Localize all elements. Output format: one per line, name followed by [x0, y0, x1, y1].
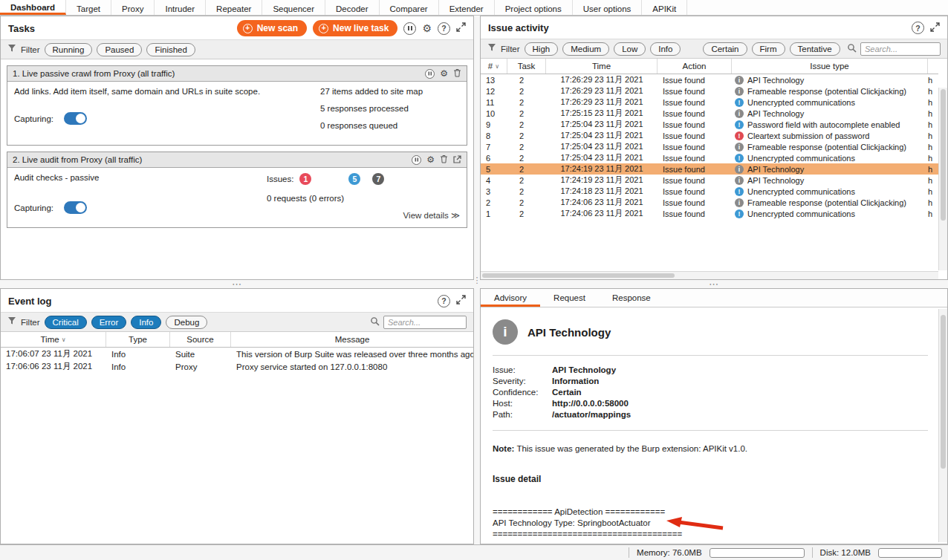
event-log-help-icon[interactable]: ?	[438, 295, 450, 307]
tasks-settings-gear-icon[interactable]: ⚙	[422, 23, 432, 33]
issue-vertical-scrollbar[interactable]	[938, 88, 947, 270]
advisory-field: Path:/actuator/mappings	[493, 409, 928, 420]
advisory-vertical-scrollbar[interactable]	[938, 309, 947, 542]
tab-proxy[interactable]: Proxy	[111, 0, 155, 15]
tab-target[interactable]: Target	[66, 0, 111, 15]
issue-row[interactable]: 11217:26:29 23 11月 2021Issue found!Unenc…	[481, 97, 938, 108]
filter-pill-running[interactable]: Running	[45, 43, 93, 56]
issue-row[interactable]: 7217:25:04 23 11月 2021Issue foundiFramea…	[481, 141, 938, 152]
column-header-number[interactable]: #∨	[481, 59, 507, 74]
task-settings-gear-icon[interactable]: ⚙	[426, 155, 435, 164]
column-header-time[interactable]: Time∨	[1, 332, 106, 347]
delete-task-icon[interactable]	[440, 154, 448, 165]
event-log-expand-icon[interactable]	[456, 295, 466, 307]
tab-intruder[interactable]: Intruder	[155, 0, 206, 15]
task1-capturing-toggle[interactable]	[64, 112, 87, 125]
issue-horizontal-scrollbar[interactable]	[481, 271, 938, 279]
tab-advisory[interactable]: Advisory	[481, 289, 540, 307]
pause-all-tasks-icon[interactable]	[403, 22, 416, 35]
open-task-window-icon[interactable]	[453, 155, 461, 165]
plus-icon: +	[319, 24, 328, 33]
issue-row[interactable]: 2217:24:06 23 11月 2021Issue foundiFramea…	[481, 197, 938, 208]
scrollbar-thumb[interactable]	[482, 273, 675, 278]
task-card-1[interactable]: 1. Live passive crawl from Proxy (all tr…	[7, 65, 467, 146]
filter-pill-high[interactable]: High	[525, 42, 559, 56]
filter-pill-tentative[interactable]: Tentative	[790, 42, 840, 56]
issue-row[interactable]: 10217:25:15 23 11月 2021Issue foundiAPI T…	[481, 108, 938, 119]
column-header-time[interactable]: Time	[546, 59, 658, 74]
task-card-2[interactable]: 2. Live audit from Proxy (all traffic) ⚙…	[7, 152, 467, 228]
column-header-source[interactable]: Source	[170, 332, 231, 347]
column-header-type[interactable]: Type	[106, 332, 170, 347]
tab-apikit[interactable]: APIKit	[642, 0, 687, 15]
view-details-link[interactable]: View details ≫	[267, 210, 460, 221]
horizontal-splitter[interactable]: ⋯	[0, 280, 474, 288]
tasks-expand-icon[interactable]	[456, 22, 466, 34]
tab-project-options[interactable]: Project options	[495, 0, 573, 15]
filter-pill-finished[interactable]: Finished	[146, 43, 195, 56]
tab-sequencer[interactable]: Sequencer	[262, 0, 325, 15]
vertical-splitter[interactable]: ⋮	[474, 16, 480, 544]
pause-task-icon[interactable]	[412, 155, 421, 165]
event-table-body: 17:06:07 23 11月 2021InfoSuiteThis versio…	[1, 348, 473, 373]
tab-request[interactable]: Request	[540, 289, 599, 307]
issue-row[interactable]: 5217:24:19 23 11月 2021Issue foundiAPI Te…	[481, 163, 938, 175]
filter-pill-info[interactable]: Info	[131, 316, 161, 329]
tab-user-options[interactable]: User options	[573, 0, 643, 15]
advisory-issue-title: API Technology	[527, 326, 611, 339]
filter-pill-error[interactable]: Error	[91, 316, 127, 329]
severity-info-icon: i	[735, 143, 744, 152]
issue-row[interactable]: 12217:26:29 23 11月 2021Issue foundiFrame…	[481, 85, 938, 97]
tab-comparer[interactable]: Comparer	[380, 0, 439, 15]
new-live-task-button[interactable]: + New live task	[313, 20, 397, 36]
severity-low-icon: !	[735, 154, 744, 163]
event-log-row[interactable]: 17:06:07 23 11月 2021InfoSuiteThis versio…	[1, 348, 473, 360]
issue-activity-expand-icon[interactable]	[930, 22, 940, 34]
plus-icon: +	[243, 24, 253, 33]
horizontal-splitter[interactable]: ⋯	[480, 280, 948, 288]
filter-pill-medium[interactable]: Medium	[562, 42, 609, 56]
filter-pill-low[interactable]: Low	[614, 42, 646, 56]
filter-pill-debug[interactable]: Debug	[166, 316, 207, 329]
severity-low-icon: !	[735, 209, 744, 218]
tab-response[interactable]: Response	[599, 289, 664, 307]
task2-requests: 0 requests (0 errors)	[267, 194, 460, 203]
tab-dashboard[interactable]: Dashboard	[0, 0, 66, 15]
issue-row[interactable]: 6217:25:04 23 11月 2021Issue found!Unencr…	[481, 152, 938, 163]
issue-row[interactable]: 9217:25:04 23 11月 2021Issue found!Passwo…	[481, 119, 938, 130]
disk-usage-label: Disk: 12.0MB	[820, 548, 871, 557]
scrollbar-thumb[interactable]	[941, 89, 946, 221]
column-header-message[interactable]: Message	[231, 332, 473, 347]
issue-type-label: Unencrypted communications	[747, 209, 855, 218]
pause-task-icon[interactable]	[425, 69, 435, 79]
column-header-url[interactable]	[928, 59, 938, 74]
tab-extender[interactable]: Extender	[439, 0, 495, 15]
issue-row[interactable]: 1217:24:06 23 11月 2021Issue found!Unencr…	[481, 208, 938, 219]
event-log-row[interactable]: 17:06:06 23 11月 2021InfoProxyProxy servi…	[1, 360, 473, 373]
new-scan-button[interactable]: + New scan	[237, 20, 307, 36]
tab-decoder[interactable]: Decoder	[325, 0, 379, 15]
column-header-action[interactable]: Action	[658, 59, 732, 74]
severity-low-icon: !	[735, 120, 744, 129]
issue-row[interactable]: 4217:24:19 23 11月 2021Issue foundiAPI Te…	[481, 175, 938, 186]
filter-pill-info[interactable]: Info	[650, 42, 681, 56]
issue-row[interactable]: 8217:25:04 23 11月 2021Issue found!Cleart…	[481, 130, 938, 141]
task-settings-gear-icon[interactable]: ⚙	[440, 69, 448, 78]
tasks-help-icon[interactable]: ?	[438, 22, 450, 35]
delete-task-icon[interactable]	[453, 68, 461, 79]
filter-pill-certain[interactable]: Certain	[703, 42, 747, 56]
filter-pill-critical[interactable]: Critical	[45, 316, 87, 329]
tasks-panel: Tasks + New scan + New live task ⚙ ?	[0, 16, 474, 280]
issue-row[interactable]: 3217:24:18 23 11月 2021Issue found!Unencr…	[481, 186, 938, 197]
issue-search-input[interactable]	[860, 42, 941, 56]
column-header-task[interactable]: Task	[507, 59, 546, 74]
filter-pill-firm[interactable]: Firm	[752, 42, 785, 56]
tab-repeater[interactable]: Repeater	[206, 0, 262, 15]
issue-activity-help-icon[interactable]: ?	[912, 22, 924, 34]
filter-pill-paused[interactable]: Paused	[97, 43, 142, 56]
event-search-input[interactable]	[383, 316, 467, 329]
column-header-issue-type[interactable]: Issue type	[732, 59, 928, 74]
task2-capturing-toggle[interactable]	[64, 201, 87, 214]
scrollbar-thumb[interactable]	[941, 315, 946, 469]
issue-row[interactable]: 13217:26:29 23 11月 2021Issue foundiAPI T…	[481, 74, 938, 85]
